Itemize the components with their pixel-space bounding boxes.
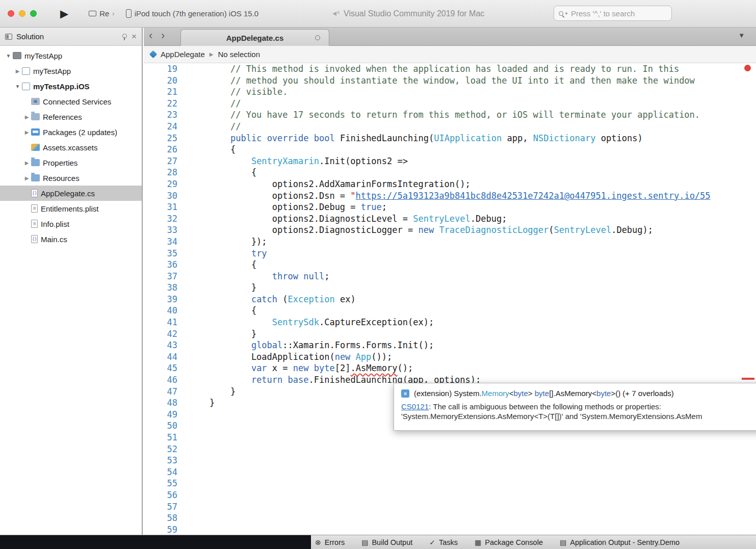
line-number[interactable]: 41 bbox=[144, 317, 177, 328]
code-text[interactable]: }); bbox=[210, 236, 267, 248]
code-text[interactable]: options2.Debug = true; bbox=[210, 201, 387, 213]
line-number[interactable]: 27 bbox=[144, 155, 177, 167]
line-number[interactable]: 45 bbox=[144, 362, 177, 374]
code-line-21[interactable]: 21 // visible. bbox=[144, 86, 756, 98]
code-line-22[interactable]: 22 // bbox=[144, 98, 756, 110]
tree-item-connected-services[interactable]: Connected Services bbox=[0, 94, 142, 109]
code-line-58[interactable]: 58 bbox=[144, 512, 756, 524]
code-line-56[interactable]: 56 bbox=[144, 489, 756, 501]
error-indicator-icon[interactable] bbox=[744, 65, 751, 71]
line-number[interactable]: 34 bbox=[144, 236, 177, 248]
zoom-window-button[interactable] bbox=[30, 10, 37, 17]
code-text[interactable]: public override bool FinishedLaunching(U… bbox=[210, 133, 643, 144]
line-number[interactable]: 59 bbox=[144, 524, 177, 535]
code-text[interactable]: LoadApplication(new App()); bbox=[210, 351, 392, 363]
code-text[interactable]: // bbox=[210, 121, 241, 133]
code-text[interactable]: { bbox=[210, 144, 236, 155]
code-line-51[interactable]: 51 bbox=[144, 432, 756, 443]
code-line-36[interactable]: 36 { bbox=[144, 259, 756, 271]
tree-item-assets-xcassets[interactable]: Assets.xcassets bbox=[0, 140, 142, 155]
disclosure-triangle-icon[interactable]: ▶ bbox=[13, 68, 22, 74]
navigate-forward-icon[interactable]: › bbox=[161, 29, 165, 42]
code-line-38[interactable]: 38 } bbox=[144, 282, 756, 294]
disclosure-triangle-icon[interactable]: ▼ bbox=[13, 84, 22, 89]
line-number[interactable]: 52 bbox=[144, 443, 177, 455]
line-number[interactable]: 55 bbox=[144, 478, 177, 489]
line-number[interactable]: 43 bbox=[144, 339, 177, 351]
line-number[interactable]: 31 bbox=[144, 201, 177, 213]
code-text[interactable]: try bbox=[210, 248, 267, 259]
code-line-19[interactable]: 19 // This method is invoked when the ap… bbox=[144, 63, 756, 75]
code-text[interactable]: options2.Dsn = "https://5a193123a9b841bc… bbox=[210, 190, 711, 202]
disclosure-triangle-icon[interactable]: ▶ bbox=[22, 129, 31, 135]
code-text[interactable]: options2.DiagnosticLevel = SentryLevel.D… bbox=[210, 213, 507, 225]
code-line-24[interactable]: 24 // bbox=[144, 121, 756, 133]
disclosure-triangle-icon[interactable]: ▼ bbox=[4, 53, 13, 59]
code-text[interactable]: } bbox=[210, 397, 215, 409]
line-number[interactable]: 26 bbox=[144, 144, 177, 155]
pad-button-tasks[interactable]: ✓Tasks bbox=[429, 538, 458, 546]
line-number[interactable]: 20 bbox=[144, 75, 177, 87]
line-number[interactable]: 38 bbox=[144, 282, 177, 294]
code-text[interactable]: // You have 17 seconds to return from th… bbox=[210, 109, 700, 121]
code-line-54[interactable]: 54 bbox=[144, 466, 756, 478]
code-line-26[interactable]: 26 { bbox=[144, 144, 756, 155]
code-text[interactable]: { bbox=[210, 305, 256, 317]
code-line-57[interactable]: 57 bbox=[144, 501, 756, 513]
breadcrumb-class[interactable]: AppDelegate bbox=[161, 50, 205, 59]
code-line-59[interactable]: 59 bbox=[144, 524, 756, 535]
tree-item-info-plist[interactable]: Info.plist bbox=[0, 216, 142, 231]
disclosure-triangle-icon[interactable]: ▶ bbox=[22, 114, 31, 120]
code-line-41[interactable]: 41 SentrySdk.CaptureException(ex); bbox=[144, 317, 756, 328]
pad-button-build-output[interactable]: ▤Build Output bbox=[361, 538, 412, 546]
code-line-39[interactable]: 39 catch (Exception ex) bbox=[144, 294, 756, 305]
line-number[interactable]: 30 bbox=[144, 190, 177, 202]
line-number[interactable]: 25 bbox=[144, 133, 177, 144]
line-number[interactable]: 53 bbox=[144, 455, 177, 466]
close-pad-icon[interactable]: × bbox=[132, 32, 137, 41]
tree-item-resources[interactable]: ▶Resources bbox=[0, 170, 142, 186]
code-line-30[interactable]: 30 options2.Dsn = "https://5a193123a9b84… bbox=[144, 190, 756, 202]
code-line-42[interactable]: 42 } bbox=[144, 328, 756, 340]
disclosure-triangle-icon[interactable]: ▶ bbox=[22, 160, 31, 166]
close-window-button[interactable] bbox=[8, 10, 14, 17]
tab-close-circle-icon[interactable] bbox=[315, 35, 320, 40]
code-line-40[interactable]: 40 { bbox=[144, 305, 756, 317]
error-code-link[interactable]: CS0121 bbox=[401, 402, 429, 411]
code-text[interactable]: SentrySdk.CaptureException(ex); bbox=[210, 317, 434, 328]
line-number[interactable]: 40 bbox=[144, 305, 177, 317]
line-number[interactable]: 35 bbox=[144, 248, 177, 259]
code-text[interactable]: catch (Exception ex) bbox=[210, 294, 356, 305]
code-text[interactable]: var x = new byte[2].AsMemory(); bbox=[210, 362, 413, 374]
code-line-28[interactable]: 28 { bbox=[144, 167, 756, 178]
code-text[interactable]: } bbox=[210, 386, 236, 398]
code-line-44[interactable]: 44 LoadApplication(new App()); bbox=[144, 351, 756, 363]
line-number[interactable]: 47 bbox=[144, 386, 177, 398]
code-line-31[interactable]: 31 options2.Debug = true; bbox=[144, 201, 756, 213]
line-number[interactable]: 56 bbox=[144, 489, 177, 501]
disclosure-triangle-icon[interactable]: ▶ bbox=[22, 175, 31, 181]
code-text[interactable]: global::Xamarin.Forms.Forms.Init(); bbox=[210, 339, 434, 351]
line-number[interactable]: 48 bbox=[144, 397, 177, 409]
code-line-20[interactable]: 20 // method you should instantiate the … bbox=[144, 75, 756, 87]
code-text[interactable]: { bbox=[210, 259, 256, 271]
line-number[interactable]: 49 bbox=[144, 409, 177, 421]
tree-item-mytestapp[interactable]: ▼myTestApp bbox=[0, 48, 142, 63]
code-text[interactable]: options2.AddXamarinFormsIntegration(); bbox=[210, 178, 471, 190]
line-number[interactable]: 51 bbox=[144, 432, 177, 443]
line-number[interactable]: 19 bbox=[144, 63, 177, 75]
tree-item-appdelegate-cs[interactable]: AppDelegate.cs bbox=[0, 186, 142, 201]
code-line-32[interactable]: 32 options2.DiagnosticLevel = SentryLeve… bbox=[144, 213, 756, 225]
line-number[interactable]: 57 bbox=[144, 501, 177, 513]
line-number[interactable]: 58 bbox=[144, 512, 177, 524]
code-line-45[interactable]: 45 var x = new byte[2].AsMemory(); bbox=[144, 362, 756, 374]
code-text[interactable]: } bbox=[210, 328, 256, 340]
pad-button-package-console[interactable]: ▦Package Console bbox=[475, 538, 543, 546]
tab-overflow-chevron-icon[interactable]: ▼ bbox=[738, 32, 745, 39]
code-line-37[interactable]: 37 throw null; bbox=[144, 271, 756, 282]
line-number[interactable]: 24 bbox=[144, 121, 177, 133]
minimize-window-button[interactable] bbox=[19, 10, 25, 17]
line-number[interactable]: 22 bbox=[144, 98, 177, 110]
line-number[interactable]: 50 bbox=[144, 420, 177, 432]
line-number[interactable]: 21 bbox=[144, 86, 177, 98]
